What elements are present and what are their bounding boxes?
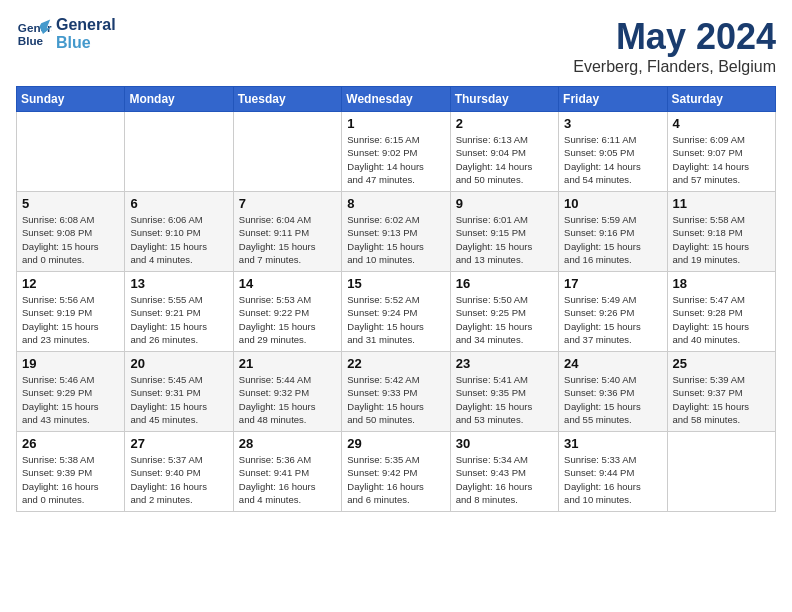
day-info: Sunrise: 5:33 AM Sunset: 9:44 PM Dayligh… (564, 453, 661, 506)
day-number: 30 (456, 436, 553, 451)
calendar-day-cell: 22Sunrise: 5:42 AM Sunset: 9:33 PM Dayli… (342, 352, 450, 432)
day-info: Sunrise: 6:06 AM Sunset: 9:10 PM Dayligh… (130, 213, 227, 266)
calendar-day-cell (667, 432, 775, 512)
day-info: Sunrise: 5:53 AM Sunset: 9:22 PM Dayligh… (239, 293, 336, 346)
day-info: Sunrise: 5:38 AM Sunset: 9:39 PM Dayligh… (22, 453, 119, 506)
day-info: Sunrise: 6:08 AM Sunset: 9:08 PM Dayligh… (22, 213, 119, 266)
calendar-day-cell: 25Sunrise: 5:39 AM Sunset: 9:37 PM Dayli… (667, 352, 775, 432)
day-of-week-header: Thursday (450, 87, 558, 112)
calendar-day-cell: 11Sunrise: 5:58 AM Sunset: 9:18 PM Dayli… (667, 192, 775, 272)
page-header: General Blue General Blue May 2024 Everb… (16, 16, 776, 76)
day-number: 5 (22, 196, 119, 211)
day-info: Sunrise: 5:35 AM Sunset: 9:42 PM Dayligh… (347, 453, 444, 506)
day-of-week-header: Saturday (667, 87, 775, 112)
day-number: 14 (239, 276, 336, 291)
day-of-week-header: Monday (125, 87, 233, 112)
calendar-day-cell: 26Sunrise: 5:38 AM Sunset: 9:39 PM Dayli… (17, 432, 125, 512)
day-number: 21 (239, 356, 336, 371)
day-info: Sunrise: 5:42 AM Sunset: 9:33 PM Dayligh… (347, 373, 444, 426)
day-number: 19 (22, 356, 119, 371)
calendar-week-row: 19Sunrise: 5:46 AM Sunset: 9:29 PM Dayli… (17, 352, 776, 432)
day-of-week-header: Wednesday (342, 87, 450, 112)
logo-text-line2: Blue (56, 34, 116, 52)
day-number: 6 (130, 196, 227, 211)
day-info: Sunrise: 6:11 AM Sunset: 9:05 PM Dayligh… (564, 133, 661, 186)
calendar-day-cell: 31Sunrise: 5:33 AM Sunset: 9:44 PM Dayli… (559, 432, 667, 512)
day-of-week-header: Friday (559, 87, 667, 112)
day-number: 1 (347, 116, 444, 131)
day-info: Sunrise: 5:47 AM Sunset: 9:28 PM Dayligh… (673, 293, 770, 346)
calendar-day-cell: 27Sunrise: 5:37 AM Sunset: 9:40 PM Dayli… (125, 432, 233, 512)
day-number: 9 (456, 196, 553, 211)
day-info: Sunrise: 5:49 AM Sunset: 9:26 PM Dayligh… (564, 293, 661, 346)
day-info: Sunrise: 6:02 AM Sunset: 9:13 PM Dayligh… (347, 213, 444, 266)
day-of-week-header: Sunday (17, 87, 125, 112)
day-number: 3 (564, 116, 661, 131)
calendar-day-cell: 15Sunrise: 5:52 AM Sunset: 9:24 PM Dayli… (342, 272, 450, 352)
calendar-week-row: 1Sunrise: 6:15 AM Sunset: 9:02 PM Daylig… (17, 112, 776, 192)
day-number: 15 (347, 276, 444, 291)
day-info: Sunrise: 5:55 AM Sunset: 9:21 PM Dayligh… (130, 293, 227, 346)
calendar-day-cell: 23Sunrise: 5:41 AM Sunset: 9:35 PM Dayli… (450, 352, 558, 432)
calendar-day-cell: 5Sunrise: 6:08 AM Sunset: 9:08 PM Daylig… (17, 192, 125, 272)
calendar-day-cell: 2Sunrise: 6:13 AM Sunset: 9:04 PM Daylig… (450, 112, 558, 192)
day-info: Sunrise: 5:39 AM Sunset: 9:37 PM Dayligh… (673, 373, 770, 426)
day-info: Sunrise: 5:58 AM Sunset: 9:18 PM Dayligh… (673, 213, 770, 266)
logo-text-line1: General (56, 16, 116, 34)
day-number: 31 (564, 436, 661, 451)
day-number: 4 (673, 116, 770, 131)
calendar-week-row: 26Sunrise: 5:38 AM Sunset: 9:39 PM Dayli… (17, 432, 776, 512)
calendar-day-cell: 30Sunrise: 5:34 AM Sunset: 9:43 PM Dayli… (450, 432, 558, 512)
calendar-table: SundayMondayTuesdayWednesdayThursdayFrid… (16, 86, 776, 512)
day-info: Sunrise: 5:44 AM Sunset: 9:32 PM Dayligh… (239, 373, 336, 426)
calendar-day-cell: 20Sunrise: 5:45 AM Sunset: 9:31 PM Dayli… (125, 352, 233, 432)
day-number: 17 (564, 276, 661, 291)
day-number: 25 (673, 356, 770, 371)
day-info: Sunrise: 5:37 AM Sunset: 9:40 PM Dayligh… (130, 453, 227, 506)
day-info: Sunrise: 6:15 AM Sunset: 9:02 PM Dayligh… (347, 133, 444, 186)
calendar-header-row: SundayMondayTuesdayWednesdayThursdayFrid… (17, 87, 776, 112)
day-info: Sunrise: 5:36 AM Sunset: 9:41 PM Dayligh… (239, 453, 336, 506)
day-info: Sunrise: 6:01 AM Sunset: 9:15 PM Dayligh… (456, 213, 553, 266)
day-info: Sunrise: 6:13 AM Sunset: 9:04 PM Dayligh… (456, 133, 553, 186)
calendar-day-cell: 28Sunrise: 5:36 AM Sunset: 9:41 PM Dayli… (233, 432, 341, 512)
calendar-week-row: 12Sunrise: 5:56 AM Sunset: 9:19 PM Dayli… (17, 272, 776, 352)
day-info: Sunrise: 5:56 AM Sunset: 9:19 PM Dayligh… (22, 293, 119, 346)
calendar-week-row: 5Sunrise: 6:08 AM Sunset: 9:08 PM Daylig… (17, 192, 776, 272)
calendar-day-cell: 9Sunrise: 6:01 AM Sunset: 9:15 PM Daylig… (450, 192, 558, 272)
day-number: 2 (456, 116, 553, 131)
location: Everberg, Flanders, Belgium (573, 58, 776, 76)
day-of-week-header: Tuesday (233, 87, 341, 112)
logo-icon: General Blue (16, 16, 52, 52)
day-number: 22 (347, 356, 444, 371)
day-number: 29 (347, 436, 444, 451)
calendar-day-cell: 12Sunrise: 5:56 AM Sunset: 9:19 PM Dayli… (17, 272, 125, 352)
day-number: 23 (456, 356, 553, 371)
calendar-day-cell: 4Sunrise: 6:09 AM Sunset: 9:07 PM Daylig… (667, 112, 775, 192)
calendar-day-cell (233, 112, 341, 192)
calendar-day-cell: 17Sunrise: 5:49 AM Sunset: 9:26 PM Dayli… (559, 272, 667, 352)
day-number: 7 (239, 196, 336, 211)
month-title: May 2024 (573, 16, 776, 58)
calendar-day-cell: 3Sunrise: 6:11 AM Sunset: 9:05 PM Daylig… (559, 112, 667, 192)
day-info: Sunrise: 5:46 AM Sunset: 9:29 PM Dayligh… (22, 373, 119, 426)
calendar-day-cell: 14Sunrise: 5:53 AM Sunset: 9:22 PM Dayli… (233, 272, 341, 352)
day-info: Sunrise: 6:04 AM Sunset: 9:11 PM Dayligh… (239, 213, 336, 266)
calendar-day-cell: 1Sunrise: 6:15 AM Sunset: 9:02 PM Daylig… (342, 112, 450, 192)
day-info: Sunrise: 5:45 AM Sunset: 9:31 PM Dayligh… (130, 373, 227, 426)
calendar-day-cell: 16Sunrise: 5:50 AM Sunset: 9:25 PM Dayli… (450, 272, 558, 352)
day-number: 27 (130, 436, 227, 451)
calendar-day-cell: 10Sunrise: 5:59 AM Sunset: 9:16 PM Dayli… (559, 192, 667, 272)
calendar-day-cell: 19Sunrise: 5:46 AM Sunset: 9:29 PM Dayli… (17, 352, 125, 432)
day-number: 20 (130, 356, 227, 371)
day-info: Sunrise: 5:40 AM Sunset: 9:36 PM Dayligh… (564, 373, 661, 426)
calendar-day-cell: 8Sunrise: 6:02 AM Sunset: 9:13 PM Daylig… (342, 192, 450, 272)
calendar-day-cell: 21Sunrise: 5:44 AM Sunset: 9:32 PM Dayli… (233, 352, 341, 432)
day-number: 13 (130, 276, 227, 291)
day-info: Sunrise: 5:59 AM Sunset: 9:16 PM Dayligh… (564, 213, 661, 266)
calendar-day-cell: 24Sunrise: 5:40 AM Sunset: 9:36 PM Dayli… (559, 352, 667, 432)
day-number: 8 (347, 196, 444, 211)
calendar-day-cell: 18Sunrise: 5:47 AM Sunset: 9:28 PM Dayli… (667, 272, 775, 352)
day-number: 16 (456, 276, 553, 291)
svg-text:Blue: Blue (18, 34, 44, 47)
